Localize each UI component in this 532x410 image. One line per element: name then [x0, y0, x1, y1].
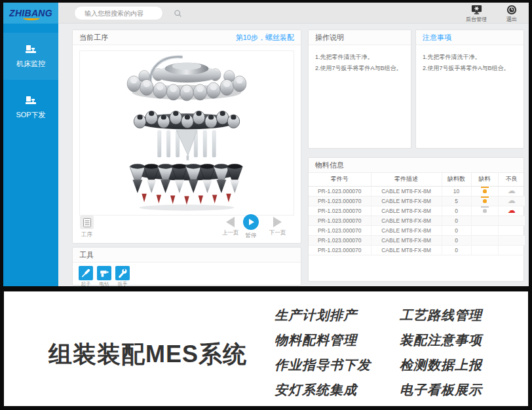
next-page-button[interactable]: 下一页: [269, 217, 286, 237]
tool-screwdriver[interactable]: 起子: [79, 266, 93, 286]
cell-shortage-qty: 10: [442, 186, 471, 196]
current-process-title: 当前工序: [79, 30, 108, 45]
exit-button[interactable]: 退出: [506, 5, 517, 23]
process-list-button[interactable]: 工序: [80, 215, 94, 239]
col-header-defect: 不良: [498, 173, 525, 186]
prev-page-label: 上一页: [222, 229, 239, 237]
drill-icon: [99, 268, 109, 278]
sidebar-item-label: SOP下发: [16, 110, 45, 120]
table-row[interactable]: PR-1.023.000070 CABLE MT8-FX-8M 0 ☁: [309, 206, 525, 215]
tool-wrench[interactable]: 扳手: [115, 266, 130, 286]
sidebar-item-label: 机床监控: [16, 59, 45, 69]
feature-item: 安灯系统集成: [275, 381, 357, 399]
shortage-alert-icon: [481, 187, 489, 194]
cell-shortage: [471, 186, 498, 196]
note-line: 1.先把零件清洗干净。: [423, 52, 517, 63]
app-logo: ZHIBANG: [3, 3, 58, 24]
table-row[interactable]: PR-1.023.000070 CABLE MT8-FX-8M 10 ☁: [309, 186, 525, 196]
cell-shortage-qty: 0: [442, 206, 471, 215]
feature-item: 工艺路线管理: [400, 307, 482, 324]
cell-part-desc: CABLE MT8-FX-8M: [371, 196, 442, 206]
defect-cloud-icon: ☁: [508, 196, 516, 205]
feature-item: 物料配料管理: [275, 331, 357, 349]
exit-button-label: 退出: [506, 16, 517, 23]
machine-icon: [24, 95, 37, 106]
cell-part-desc: CABLE MT8-FX-8M: [371, 186, 442, 196]
notes-title: 注意事项: [423, 30, 451, 45]
cell-part-no: PR-1.023.000070: [309, 225, 371, 235]
process-list-label: 工序: [81, 231, 92, 239]
col-header-shortage: 缺料: [471, 173, 498, 186]
cell-shortage-qty: 0: [442, 245, 471, 255]
process-image: [79, 50, 294, 215]
feature-item: 作业指导书下发: [275, 356, 371, 374]
feature-item: 电子看板展示: [400, 381, 482, 399]
sidebar-item-sop-dispatch[interactable]: SOP下发: [3, 84, 58, 131]
cell-shortage: [471, 225, 498, 235]
defect-cloud-icon: ☁: [508, 186, 516, 195]
shortage-alert-icon: [481, 196, 489, 204]
feature-item: 装配注意事项: [400, 331, 482, 349]
cell-part-desc: CABLE MT8-FX-8M: [371, 215, 442, 225]
search-icon: [174, 9, 182, 18]
cell-shortage-qty: 5: [442, 196, 471, 206]
cell-defect: ☁: [498, 196, 525, 206]
cell-part-no: PR-1.023.000070: [309, 196, 371, 206]
cell-defect: ☁: [498, 186, 525, 196]
cell-part-no: PR-1.023.000070: [309, 245, 371, 255]
admin-button-label: 后台管理: [466, 16, 487, 23]
col-header-shortage-qty: 缺料数: [442, 173, 471, 186]
cell-defect: [498, 245, 525, 255]
prev-page-button[interactable]: 上一页: [222, 217, 239, 237]
instructions-title: 操作说明: [315, 30, 344, 45]
table-row[interactable]: PR-1.023.000070 CABLE MT8-FX-8M 0: [309, 225, 525, 235]
play-icon: [243, 214, 259, 230]
cell-part-desc: CABLE MT8-FX-8M: [371, 245, 442, 255]
admin-button[interactable]: 后台管理: [466, 5, 487, 23]
cell-defect: [498, 235, 525, 245]
logo-swoosh-icon: [23, 16, 40, 20]
note-line: 2.使用7号扳手将零件A与B组合。: [423, 63, 517, 74]
feature-item: 检测数据上报: [400, 356, 482, 374]
clock-exit-icon: [506, 5, 517, 15]
tool-label: 电钻: [100, 281, 109, 286]
notes-panel: 注意事项 1.先把零件清洗干净。 2.使用7号扳手将零件A与B组合。: [415, 29, 524, 149]
search-input[interactable]: [75, 10, 174, 17]
cell-part-desc: CABLE MT8-FX-8M: [371, 206, 442, 215]
current-process-panel: 当前工序 第10步，螺丝装配: [72, 29, 301, 244]
table-row[interactable]: PR-1.023.000070 CABLE MT8-FX-8M 0: [309, 245, 525, 255]
screwdriver-icon: [81, 268, 91, 278]
machine-icon: [24, 44, 37, 55]
tool-drill[interactable]: 电钻: [97, 266, 111, 286]
col-header-part-desc: 零件描述: [371, 173, 442, 186]
instruction-line: 2.使用7号扳手将零件A与B组合。: [315, 63, 404, 74]
materials-table-body: PR-1.023.000070 CABLE MT8-FX-8M 10 ☁ PR-…: [309, 186, 525, 255]
sidebar-item-machine-monitor[interactable]: 机床监控: [3, 33, 58, 80]
cell-part-no: PR-1.023.000070: [309, 235, 371, 245]
marketing-banner: 组装装配MES系统 生产计划排产 物料配料管理 作业指导书下发 安灯系统集成 工…: [4, 291, 528, 406]
cell-shortage: [471, 215, 498, 225]
search-box[interactable]: [74, 6, 163, 20]
cell-shortage-qty: 0: [442, 235, 471, 245]
sidebar: ZHIBANG 机床监控 SOP下发: [3, 3, 58, 286]
step-info: 第10步，螺丝装配: [236, 30, 294, 45]
table-row[interactable]: PR-1.023.000070 CABLE MT8-FX-8M 5 ☁: [309, 196, 525, 206]
cell-shortage: [471, 196, 498, 206]
banner-title: 组装装配MES系统: [48, 339, 247, 371]
pause-label: 暂停: [246, 232, 257, 240]
defect-cloud-icon: ☁: [508, 206, 516, 215]
shortage-alert-icon: [481, 206, 489, 214]
app-window: ZHIBANG 机床监控 SOP下发: [3, 3, 529, 286]
table-row[interactable]: PR-1.023.000070 CABLE MT8-FX-8M 0: [309, 235, 525, 245]
cell-shortage: [471, 235, 498, 245]
cell-defect: [498, 215, 525, 225]
tool-label: 扳手: [118, 281, 128, 286]
cell-defect: ☁: [498, 206, 525, 215]
cell-part-no: PR-1.023.000070: [309, 215, 371, 225]
monitor-gear-icon: [471, 5, 482, 15]
tools-title: 工具: [79, 248, 94, 262]
pause-button[interactable]: 暂停: [243, 214, 259, 240]
instructions-panel: 操作说明 1.先把零件清洗干净。 2.使用7号扳手将零件A与B组合。: [308, 29, 411, 149]
table-row[interactable]: PR-1.023.000070 CABLE MT8-FX-8M 0: [309, 215, 525, 225]
cell-part-desc: CABLE MT8-FX-8M: [371, 235, 442, 245]
